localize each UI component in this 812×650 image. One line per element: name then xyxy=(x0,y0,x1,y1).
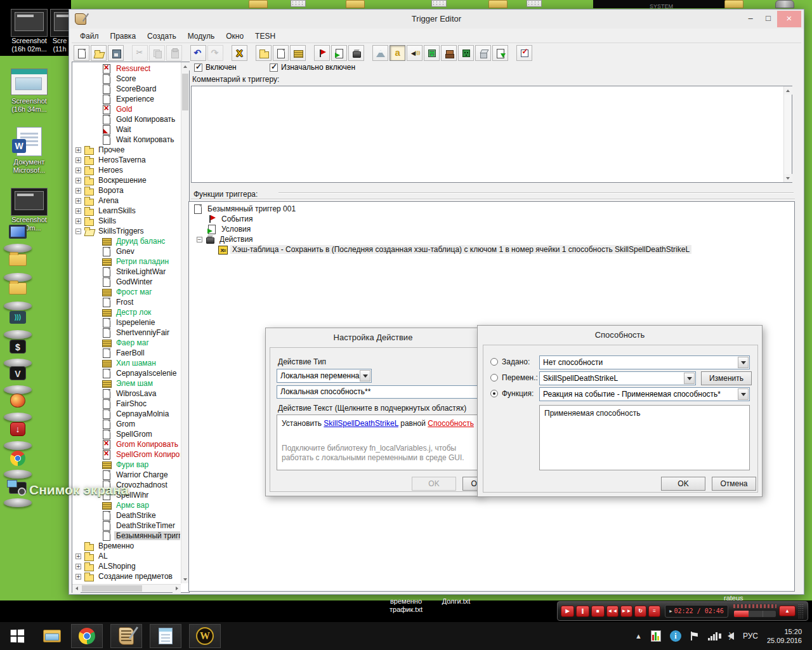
tree-item[interactable]: Ретри паладин xyxy=(73,256,180,267)
desktop-icon-word-document[interactable]: W ДокументMicrosof... xyxy=(5,127,53,175)
tree-item[interactable]: Warrior Charge xyxy=(73,470,180,480)
tree-item[interactable]: +Arena xyxy=(73,196,180,206)
preset-radio[interactable] xyxy=(490,358,498,366)
rewind-button[interactable]: ◄◄ xyxy=(606,606,619,617)
info-icon[interactable]: i xyxy=(670,630,681,642)
ai-editor-button[interactable] xyxy=(458,45,474,61)
ok-button[interactable]: OK xyxy=(412,477,456,491)
action-center-flag-icon[interactable] xyxy=(690,632,699,640)
minimize-button[interactable]: – xyxy=(742,11,759,27)
tree-item[interactable]: GodWinter xyxy=(73,277,180,287)
tree-item[interactable]: −SkillsTriggers xyxy=(73,226,180,236)
tree-item[interactable]: CepnayaMolnia xyxy=(73,409,180,419)
tree-item[interactable]: StrikeLightWar xyxy=(73,267,180,277)
player-grip[interactable] xyxy=(798,604,804,619)
tree-horizontal-scrollbar[interactable] xyxy=(72,584,181,592)
tree-item[interactable]: Frost xyxy=(73,297,180,307)
action-type-dropdown[interactable]: Локальная переменная xyxy=(277,369,372,383)
tree-item[interactable]: Безымянный тригге xyxy=(73,531,180,541)
paste-button[interactable] xyxy=(166,45,182,61)
variable-radio[interactable] xyxy=(490,374,498,381)
save-button[interactable] xyxy=(108,45,124,61)
menu-item-0[interactable]: Файл xyxy=(74,30,105,43)
tree-item[interactable]: SpellGrom Копироват xyxy=(73,449,180,460)
tree-expander[interactable]: + xyxy=(75,147,81,153)
scroll-down-arrow[interactable] xyxy=(784,174,792,182)
tree-item[interactable]: SpellGrom xyxy=(73,429,180,439)
taskbar-clock[interactable]: 15:20 25.09.2016 xyxy=(767,627,802,645)
tree-item[interactable]: Фури вар xyxy=(73,460,180,470)
taskbar-world-editor-button[interactable] xyxy=(110,624,142,648)
desktop-icon-screenshot-1[interactable]: Screenshot(16h 02m... xyxy=(5,9,53,53)
desktop-icon-screenshot-3[interactable]: Screenshot(16h 34m... xyxy=(5,69,53,114)
checkbox-box[interactable] xyxy=(194,63,202,72)
eject-button[interactable]: ▲ xyxy=(779,606,796,616)
dropdown-arrow-icon[interactable] xyxy=(360,370,370,381)
folder-icon[interactable] xyxy=(249,0,268,8)
tree-item[interactable]: Experience xyxy=(73,94,180,104)
comment-textarea[interactable] xyxy=(191,86,792,183)
tree-item[interactable]: Дестр лок xyxy=(73,307,180,317)
function-item[interactable]: Безымянный триггер 001 xyxy=(190,204,793,214)
folder-icon[interactable] xyxy=(346,0,365,8)
campaign-editor-button[interactable] xyxy=(441,45,457,61)
object-manager-button[interactable] xyxy=(475,45,491,61)
language-indicator[interactable]: РУС xyxy=(743,632,758,640)
tree-item[interactable]: Ressurect xyxy=(73,63,180,74)
taskbar-notepad-button[interactable] xyxy=(150,624,181,648)
progress-bar[interactable] xyxy=(733,610,776,618)
pause-button[interactable]: ∥ xyxy=(576,606,589,617)
scroll-thumb[interactable] xyxy=(82,585,142,592)
undo-button[interactable] xyxy=(190,45,206,61)
downloads-app-icon[interactable] xyxy=(3,421,33,450)
close-button[interactable]: × xyxy=(777,11,801,27)
tree-item[interactable]: +Создание предметов xyxy=(73,571,180,581)
tree-expander[interactable]: + xyxy=(75,208,81,214)
module-settings-button[interactable] xyxy=(516,45,532,61)
tree-item[interactable]: ShertvenniyFair xyxy=(73,328,180,338)
tree-item[interactable]: +AL xyxy=(73,551,180,561)
open-button[interactable] xyxy=(91,45,107,61)
tree-item[interactable]: +LearnSkills xyxy=(73,206,180,216)
tree-item[interactable]: +Heroes xyxy=(73,165,180,175)
scroll-icon[interactable] xyxy=(527,0,542,7)
tree-item[interactable]: +HerosTaverna xyxy=(73,155,180,165)
chrome-app-icon[interactable] xyxy=(3,449,33,479)
tree-item[interactable]: Армс вар xyxy=(73,500,180,510)
tree-item[interactable]: Друид баланс xyxy=(73,236,180,246)
splitter-line[interactable] xyxy=(191,199,795,200)
scroll-right-arrow[interactable] xyxy=(173,585,181,593)
tree-item[interactable]: Элем шам xyxy=(73,378,180,388)
desktop-icon-screenshot-2[interactable]: Scre(11h xyxy=(49,9,70,53)
copy-button[interactable] xyxy=(149,45,165,61)
tree-item[interactable]: Gold Копировать xyxy=(73,114,180,124)
tree-item[interactable]: Score xyxy=(73,74,180,84)
tree-item[interactable]: Gold xyxy=(73,104,180,114)
stop-button[interactable]: ■ xyxy=(591,606,605,617)
folder-2-icon[interactable] xyxy=(3,281,33,310)
game-app-icon[interactable] xyxy=(3,392,33,421)
redo-button[interactable] xyxy=(207,45,223,61)
new-file-button[interactable] xyxy=(74,45,89,61)
play-button[interactable]: ▶ xyxy=(561,606,574,617)
this-pc-icon[interactable] xyxy=(3,223,33,253)
tree-expander[interactable]: + xyxy=(75,178,81,183)
ok-button[interactable]: OK xyxy=(661,477,705,491)
object-editor-button[interactable] xyxy=(424,45,440,61)
screen-capture-app-icon[interactable] xyxy=(3,478,33,507)
new-event-button[interactable] xyxy=(314,45,330,61)
new-comment-button[interactable] xyxy=(290,45,306,61)
action-text-link[interactable]: Способность xyxy=(428,419,474,428)
enabled-checkbox[interactable]: Включен xyxy=(194,63,237,72)
desktop-file-label[interactable]: Долги.txt xyxy=(434,597,478,606)
tree-item[interactable]: WibrosLava xyxy=(73,388,180,399)
repeat-button[interactable]: ↻ xyxy=(634,606,646,617)
recycle-bin-icon[interactable] xyxy=(775,0,794,8)
function-radio[interactable] xyxy=(490,390,498,397)
function-item[interactable]: Условия xyxy=(190,224,793,234)
start-button[interactable] xyxy=(8,627,27,646)
initially-on-checkbox[interactable]: Изначально включен xyxy=(270,63,355,72)
forward-button[interactable]: ►► xyxy=(620,606,632,617)
tree-item[interactable]: +ALShoping xyxy=(73,561,180,571)
function-item[interactable]: −Действия xyxy=(190,234,793,244)
